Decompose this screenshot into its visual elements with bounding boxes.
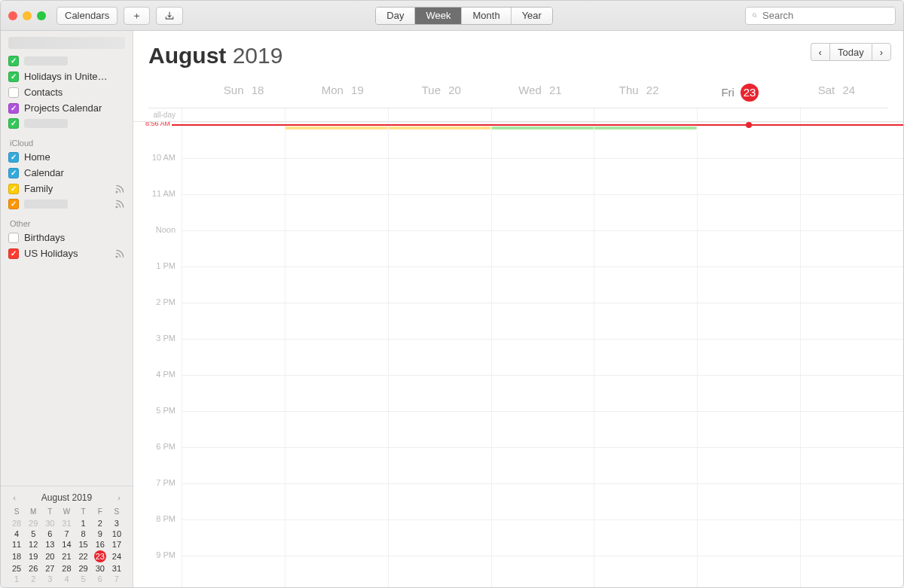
hour-cell[interactable]: [800, 556, 903, 588]
hour-cell[interactable]: [491, 448, 594, 483]
mini-day[interactable]: 18: [8, 550, 25, 563]
hour-cell[interactable]: [285, 520, 388, 556]
day-header[interactable]: Thu 22: [592, 84, 691, 108]
mini-day[interactable]: 16: [92, 539, 108, 550]
mini-day[interactable]: 1: [75, 518, 92, 529]
mini-day[interactable]: 10: [108, 529, 125, 539]
hour-cell[interactable]: [594, 231, 697, 267]
hour-cell[interactable]: [697, 231, 800, 267]
hour-cell[interactable]: [800, 195, 903, 230]
hour-cell[interactable]: [800, 231, 903, 267]
hour-cell[interactable]: [285, 376, 388, 411]
hour-cell[interactable]: [697, 556, 800, 588]
hour-cell[interactable]: [182, 556, 285, 588]
calendar-item[interactable]: Contacts: [1, 84, 133, 100]
mini-calendar-grid[interactable]: SMTWTFS282930311234567891011121314151617…: [8, 507, 125, 584]
calendar-checkbox[interactable]: [8, 118, 19, 129]
hour-cell[interactable]: [594, 303, 697, 339]
hour-cell[interactable]: [800, 340, 903, 375]
hour-cell[interactable]: [182, 303, 285, 339]
calendar-item[interactable]: Projects Calendar: [1, 100, 133, 116]
hour-cell[interactable]: [285, 267, 388, 303]
hour-cell[interactable]: [388, 123, 491, 158]
calendar-checkbox[interactable]: [8, 184, 19, 194]
mini-day[interactable]: 14: [58, 539, 75, 550]
mini-day[interactable]: 28: [8, 518, 25, 529]
mini-day[interactable]: 7: [58, 529, 75, 539]
mini-day[interactable]: 3: [41, 574, 58, 584]
hour-cell[interactable]: [388, 520, 491, 556]
hour-cell[interactable]: [594, 123, 697, 158]
mini-day[interactable]: 17: [108, 539, 125, 550]
hour-cell[interactable]: [491, 303, 594, 339]
day-header[interactable]: Sat 24: [789, 84, 888, 108]
hour-cell[interactable]: [285, 231, 388, 267]
hour-cell[interactable]: [800, 520, 903, 556]
mini-day[interactable]: 15: [75, 539, 92, 550]
all-day-cell[interactable]: [800, 108, 903, 121]
hour-cell[interactable]: [594, 159, 697, 194]
calendar-checkbox[interactable]: [8, 103, 19, 114]
hour-cell[interactable]: [800, 376, 903, 411]
calendar-checkbox[interactable]: [8, 199, 19, 209]
mini-day[interactable]: 22: [75, 550, 92, 563]
hour-cell[interactable]: [697, 123, 800, 158]
mini-day[interactable]: 29: [75, 563, 92, 574]
hour-cell[interactable]: [697, 195, 800, 230]
hour-cell[interactable]: [285, 159, 388, 194]
mini-day[interactable]: 30: [92, 563, 108, 574]
hour-cell[interactable]: [800, 412, 903, 447]
hour-cell[interactable]: [285, 556, 388, 588]
calendar-checkbox[interactable]: [8, 168, 19, 178]
mini-day[interactable]: 27: [41, 563, 58, 574]
hour-cell[interactable]: [388, 376, 491, 411]
calendar-checkbox[interactable]: [8, 233, 19, 243]
hour-cell[interactable]: [182, 231, 285, 267]
mini-day[interactable]: 5: [75, 574, 92, 584]
day-header[interactable]: Wed 21: [493, 84, 591, 108]
hour-cell[interactable]: [182, 520, 285, 556]
view-month[interactable]: Month: [462, 8, 511, 24]
hour-cell[interactable]: [594, 195, 697, 230]
hour-cell[interactable]: [800, 123, 903, 158]
hour-cell[interactable]: [491, 159, 594, 194]
all-day-cell[interactable]: [594, 108, 697, 121]
mini-day[interactable]: 23: [92, 550, 108, 563]
hour-cell[interactable]: [491, 195, 594, 230]
day-header[interactable]: Sun 18: [197, 84, 295, 108]
calendar-checkbox[interactable]: [8, 72, 19, 82]
search-input[interactable]: [762, 10, 889, 21]
hour-cell[interactable]: [388, 195, 491, 230]
hour-cell[interactable]: [594, 448, 697, 483]
mini-day[interactable]: 5: [25, 529, 41, 539]
hour-cell[interactable]: [697, 520, 800, 556]
hour-cell[interactable]: [388, 484, 491, 519]
all-day-cell[interactable]: [388, 108, 491, 121]
zoom-window[interactable]: [37, 11, 46, 20]
calendar-item[interactable]: Holidays in Unite…: [1, 69, 133, 84]
mini-day[interactable]: 2: [92, 518, 108, 529]
mini-day[interactable]: 11: [8, 539, 25, 550]
hour-cell[interactable]: [491, 340, 594, 375]
hour-cell[interactable]: [491, 520, 594, 556]
mini-day[interactable]: 4: [8, 529, 25, 539]
calendar-item[interactable]: [1, 197, 133, 212]
hour-cell[interactable]: [388, 412, 491, 447]
hour-cell[interactable]: [285, 303, 388, 339]
calendars-toggle-button[interactable]: Calendars: [56, 7, 118, 25]
all-day-cell[interactable]: [697, 108, 800, 121]
mini-day[interactable]: 12: [25, 539, 41, 550]
mini-day[interactable]: 6: [92, 574, 108, 584]
hour-cell[interactable]: [697, 159, 800, 194]
hour-cell[interactable]: [491, 376, 594, 411]
hour-cell[interactable]: [491, 231, 594, 267]
mini-day[interactable]: 1: [8, 574, 25, 584]
mini-day[interactable]: 21: [58, 550, 75, 563]
hour-cell[interactable]: [285, 412, 388, 447]
hour-cell[interactable]: [182, 123, 285, 158]
hour-cell[interactable]: [594, 520, 697, 556]
mini-day[interactable]: 31: [58, 518, 75, 529]
mini-day[interactable]: 19: [25, 550, 41, 563]
all-day-cell[interactable]: [491, 108, 594, 121]
mini-day[interactable]: 20: [41, 550, 58, 563]
